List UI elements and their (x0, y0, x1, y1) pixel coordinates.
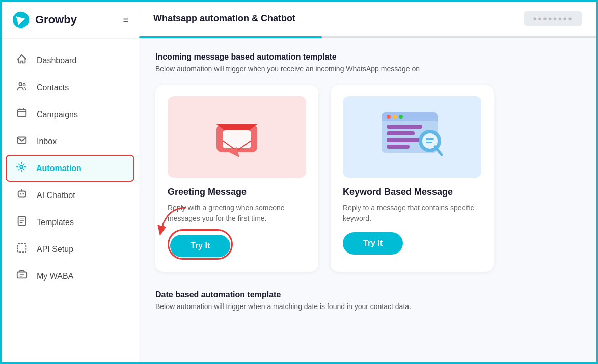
svg-point-2 (19, 83, 22, 86)
sidebar-item-templates-label: Templates (37, 218, 74, 227)
sidebar-item-automation[interactable]: Automation (6, 155, 134, 182)
sidebar-item-templates[interactable]: Templates (2, 209, 139, 236)
sidebar: Growby ≡ Dashboard Contacts Campaigns (2, 2, 139, 362)
svg-rect-32 (426, 138, 434, 140)
inbox-icon (15, 134, 29, 148)
sidebar-item-ai-chatbot-label: AI Chatbot (37, 191, 75, 200)
svg-point-8 (20, 193, 21, 195)
incoming-section-desc: Below automation will trigger when you r… (155, 65, 580, 73)
sidebar-header: Growby ≡ (2, 2, 139, 39)
svg-rect-26 (387, 131, 415, 135)
keyword-message-card: Keyword Based Message Reply to a message… (331, 85, 494, 272)
svg-point-10 (21, 189, 22, 190)
header-action-button[interactable]: ●●●●●●●● (524, 11, 582, 26)
svg-point-9 (22, 193, 24, 195)
sidebar-item-dashboard-label: Dashboard (37, 56, 76, 65)
logo-icon (12, 11, 30, 29)
nav-items: Dashboard Contacts Campaigns Inbox (2, 39, 139, 362)
sidebar-item-api-setup-label: API Setup (37, 245, 73, 254)
automation-cards-row: Greeting Message Reply with a greeting w… (155, 85, 580, 272)
contacts-icon (15, 80, 29, 94)
sidebar-item-contacts[interactable]: Contacts (2, 74, 139, 101)
campaigns-icon (15, 107, 29, 121)
svg-point-24 (399, 115, 403, 119)
svg-rect-27 (387, 138, 420, 142)
svg-rect-17 (223, 130, 251, 148)
svg-point-3 (23, 83, 25, 86)
keyword-card-desc: Reply to a message that contains specifi… (343, 203, 481, 224)
ai-chatbot-icon (15, 188, 29, 202)
main-header: Whatsapp automation & Chatbot ●●●●●●●● (139, 2, 596, 36)
greeting-try-it-button[interactable]: Try It (170, 235, 230, 257)
svg-rect-12 (18, 244, 26, 253)
api-setup-icon (15, 242, 29, 256)
my-waba-icon (15, 269, 29, 283)
greeting-card-image-wrapper (168, 96, 306, 178)
envelope-illustration (211, 114, 262, 160)
svg-point-22 (387, 115, 391, 119)
sidebar-item-campaigns[interactable]: Campaigns (2, 101, 139, 128)
sidebar-item-api-setup[interactable]: API Setup (2, 236, 139, 263)
date-section-desc: Below automation will trigger when a mat… (155, 302, 580, 311)
greeting-try-btn-highlight: Try It (168, 229, 233, 260)
hamburger-icon[interactable]: ≡ (123, 15, 128, 25)
svg-point-23 (393, 115, 397, 119)
page-title: Whatsapp automation & Chatbot (153, 13, 295, 24)
date-section: Date based automation template Below aut… (155, 290, 580, 311)
svg-rect-4 (18, 110, 26, 117)
svg-rect-7 (18, 191, 26, 197)
keyword-try-it-button[interactable]: Try It (343, 232, 403, 255)
svg-point-6 (20, 165, 23, 169)
sidebar-item-inbox[interactable]: Inbox (2, 128, 139, 155)
home-icon (15, 53, 29, 67)
greeting-message-card: Greeting Message Reply with a greeting w… (155, 85, 318, 272)
main-content-area: Whatsapp automation & Chatbot ●●●●●●●● I… (139, 2, 596, 362)
incoming-section-title: Incoming message based automation templa… (155, 52, 580, 62)
incoming-section: Incoming message based automation templa… (155, 52, 580, 73)
sidebar-item-dashboard[interactable]: Dashboard (2, 47, 139, 74)
date-section-title: Date based automation template (155, 290, 580, 299)
svg-rect-33 (426, 142, 432, 143)
sidebar-item-campaigns-label: Campaigns (37, 110, 78, 119)
automation-icon (15, 161, 28, 175)
sidebar-item-my-waba[interactable]: My WABA (2, 263, 139, 290)
greeting-card-title: Greeting Message (168, 187, 306, 198)
sidebar-item-ai-chatbot[interactable]: AI Chatbot (2, 182, 139, 209)
keyword-card-image-wrapper (343, 96, 481, 178)
sidebar-item-inbox-label: Inbox (37, 137, 57, 146)
logo-text: Growby (35, 13, 77, 26)
greeting-card-desc: Reply with a greeting when someone messa… (168, 203, 306, 224)
svg-rect-28 (387, 145, 410, 149)
keyword-illustration (376, 108, 448, 166)
svg-rect-25 (387, 125, 422, 129)
svg-rect-5 (18, 137, 26, 144)
sidebar-item-contacts-label: Contacts (37, 83, 69, 92)
templates-icon (15, 215, 29, 229)
sidebar-item-my-waba-label: My WABA (37, 272, 73, 281)
content-body: Incoming message based automation templa… (139, 38, 596, 362)
keyword-card-title: Keyword Based Message (343, 187, 481, 198)
sidebar-item-automation-label: Automation (36, 164, 81, 173)
